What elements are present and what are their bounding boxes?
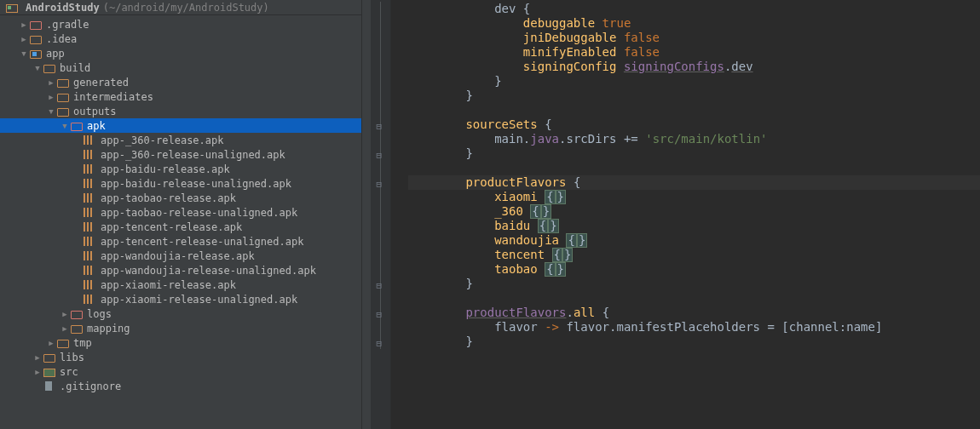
- tree-row[interactable]: outputs: [0, 104, 361, 118]
- gutter-row[interactable]: [371, 132, 390, 146]
- gutter-row[interactable]: [371, 161, 390, 175]
- tree-row[interactable]: tmp: [0, 335, 361, 350]
- gutter-row[interactable]: [371, 291, 390, 306]
- code-line[interactable]: wandoujia {}: [408, 233, 980, 248]
- code-line[interactable]: sourceSets {: [408, 117, 980, 132]
- code-line[interactable]: minifyEnabled false: [408, 45, 980, 60]
- fold-end-icon[interactable]: [377, 338, 385, 346]
- fold-collapse-icon[interactable]: [377, 309, 385, 317]
- code-line[interactable]: baidu {}: [408, 219, 980, 233]
- gutter-row[interactable]: [371, 219, 390, 233]
- tree-row[interactable]: generated: [0, 75, 361, 89]
- code-line[interactable]: _360 {}: [408, 204, 980, 219]
- code-line[interactable]: jniDebuggable false: [408, 31, 980, 45]
- code-line[interactable]: productFlavors.all {: [408, 306, 980, 320]
- gutter-row[interactable]: [371, 320, 390, 335]
- tree-row[interactable]: app-tencent-release.apk: [0, 220, 361, 234]
- expand-closed-icon[interactable]: [19, 35, 29, 43]
- code-line[interactable]: }: [408, 335, 980, 349]
- project-tree-header[interactable]: AndroidStudy (~/android/my/AndroidStudy): [0, 0, 361, 15]
- gutter-row[interactable]: [371, 89, 390, 103]
- code-line[interactable]: dev {: [408, 2, 980, 16]
- expand-closed-icon[interactable]: [32, 353, 43, 362]
- code-line[interactable]: [408, 161, 980, 175]
- code-line[interactable]: taobao {}: [408, 262, 980, 277]
- gutter-row[interactable]: [371, 117, 390, 132]
- tree-row[interactable]: app-xiaomi-release.apk: [0, 277, 361, 292]
- tree-row[interactable]: app-_360-release-unaligned.apk: [0, 147, 361, 162]
- gutter-row[interactable]: [371, 16, 390, 31]
- gutter-row[interactable]: [371, 233, 390, 248]
- tree-row[interactable]: app-wandoujia-release.apk: [0, 249, 361, 263]
- gutter-row[interactable]: [371, 103, 390, 117]
- gutter-row[interactable]: [371, 31, 390, 45]
- code-line[interactable]: main.java.srcDirs += 'src/main/kotlin': [408, 132, 980, 146]
- gutter-row[interactable]: [371, 248, 390, 262]
- code-line[interactable]: flavor -> flavor.manifestPlaceholders = …: [408, 320, 980, 335]
- expand-closed-icon[interactable]: [60, 324, 70, 333]
- tree-row[interactable]: mapping: [0, 321, 361, 335]
- code-token: ->: [545, 320, 559, 334]
- gutter-row[interactable]: [371, 45, 390, 60]
- gutter-row[interactable]: [371, 335, 390, 349]
- fold-collapse-icon[interactable]: [377, 179, 385, 187]
- code-editor[interactable]: dev { debuggable true jniDebuggable fals…: [391, 0, 980, 429]
- expand-closed-icon[interactable]: [46, 93, 56, 101]
- folder-icon: [56, 91, 70, 103]
- expand-closed-icon[interactable]: [32, 368, 43, 376]
- code-line[interactable]: [408, 291, 980, 306]
- tree-row[interactable]: app-taobao-release.apk: [0, 191, 361, 205]
- expand-closed-icon[interactable]: [60, 310, 70, 318]
- gutter-row[interactable]: [371, 74, 390, 89]
- code-line[interactable]: signingConfig signingConfigs.dev: [408, 60, 980, 74]
- tree-row[interactable]: build: [0, 60, 361, 75]
- tree-row[interactable]: app-baidu-release-unaligned.apk: [0, 176, 361, 191]
- tree-row[interactable]: intermediates: [0, 89, 361, 104]
- gutter-row[interactable]: [371, 2, 390, 16]
- tree-row[interactable]: .idea: [0, 31, 361, 46]
- tree-row[interactable]: app-wandoujia-release-unaligned.apk: [0, 263, 361, 277]
- fold-end-icon[interactable]: [377, 150, 385, 158]
- tree-row[interactable]: app: [0, 46, 361, 60]
- code-line[interactable]: }: [408, 277, 980, 291]
- gutter-row[interactable]: [371, 262, 390, 277]
- project-tree-body[interactable]: .gradle.ideaappbuildgeneratedintermediat…: [0, 15, 361, 429]
- tree-row[interactable]: app-baidu-release.apk: [0, 162, 361, 176]
- expand-closed-icon[interactable]: [46, 339, 56, 347]
- gutter-row[interactable]: [371, 306, 390, 320]
- tree-row[interactable]: app-xiaomi-release-unaligned.apk: [0, 292, 361, 306]
- code-line[interactable]: productFlavors {: [408, 175, 980, 190]
- code-line[interactable]: xiaomi {}: [408, 190, 980, 204]
- tree-row[interactable]: .gitignore: [0, 379, 361, 393]
- gutter-row[interactable]: [371, 175, 390, 190]
- expand-closed-icon[interactable]: [46, 78, 56, 87]
- gutter-row[interactable]: [371, 190, 390, 204]
- gutter-row[interactable]: [371, 277, 390, 291]
- editor-gutter[interactable]: [371, 0, 391, 429]
- code-token: {: [574, 175, 580, 189]
- gutter-row[interactable]: [371, 60, 390, 74]
- expand-open-icon[interactable]: [32, 64, 43, 72]
- tree-row[interactable]: apk: [0, 118, 361, 133]
- code-line[interactable]: }: [408, 74, 980, 89]
- expand-closed-icon[interactable]: [19, 20, 29, 29]
- gutter-row[interactable]: [371, 146, 390, 161]
- expand-open-icon[interactable]: [60, 122, 70, 130]
- gutter-row[interactable]: [371, 204, 390, 219]
- tree-row[interactable]: src: [0, 364, 361, 379]
- code-line[interactable]: [408, 103, 980, 117]
- code-line[interactable]: }: [408, 146, 980, 161]
- tree-row[interactable]: libs: [0, 350, 361, 364]
- expand-open-icon[interactable]: [19, 49, 29, 58]
- tree-row[interactable]: app-taobao-release-unaligned.apk: [0, 205, 361, 220]
- code-line[interactable]: }: [408, 89, 980, 103]
- fold-end-icon[interactable]: [377, 280, 385, 289]
- expand-open-icon[interactable]: [46, 107, 56, 116]
- tree-row[interactable]: logs: [0, 306, 361, 321]
- tree-row[interactable]: .gradle: [0, 17, 361, 31]
- tree-row[interactable]: app-_360-release.apk: [0, 133, 361, 147]
- code-line[interactable]: tencent {}: [408, 248, 980, 262]
- code-line[interactable]: debuggable true: [408, 16, 980, 31]
- fold-collapse-icon[interactable]: [377, 121, 385, 129]
- tree-row[interactable]: app-tencent-release-unaligned.apk: [0, 234, 361, 249]
